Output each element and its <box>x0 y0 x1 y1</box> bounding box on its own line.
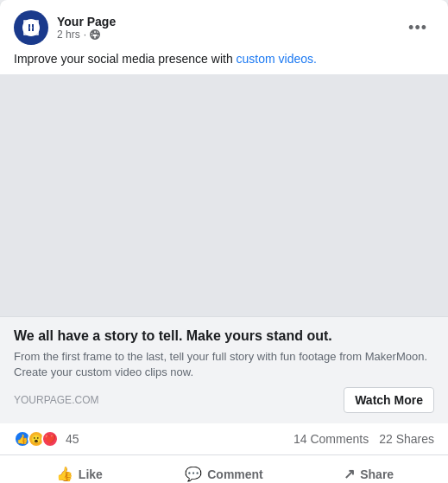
comments-count[interactable]: 14 Comments <box>293 432 369 446</box>
post-header: Your Page 2 hrs · ••• <box>0 0 448 52</box>
comment-icon: 💬 <box>185 466 202 482</box>
link-title: We all have a story to tell. Make yours … <box>14 327 434 346</box>
svg-point-3 <box>35 31 37 34</box>
link-preview: We all have a story to tell. Make yours … <box>0 316 448 423</box>
share-label: Share <box>360 467 394 481</box>
avatar[interactable] <box>14 10 48 45</box>
shares-count[interactable]: 22 Shares <box>379 432 434 446</box>
page-name[interactable]: Your Page <box>57 15 116 29</box>
post-meta: 2 hrs · <box>57 29 116 41</box>
reactions-left: 👍 😮 ❤️ 45 <box>14 430 79 448</box>
svg-point-0 <box>26 22 28 25</box>
heart-reaction-icon: ❤️ <box>41 430 59 448</box>
facebook-post-card: Your Page 2 hrs · ••• Improve your socia… <box>0 0 448 483</box>
reaction-count[interactable]: 45 <box>66 432 79 446</box>
reactions-right: 14 Comments 22 Shares <box>293 432 434 446</box>
page-info: Your Page 2 hrs · <box>57 15 116 41</box>
svg-point-1 <box>35 22 37 25</box>
comment-label: Comment <box>207 467 263 481</box>
reactions-row: 👍 😮 ❤️ 45 14 Comments 22 Shares <box>0 423 448 455</box>
share-button[interactable]: ↗ Share <box>296 459 441 483</box>
like-icon: 👍 <box>56 466 73 482</box>
like-label: Like <box>79 467 103 481</box>
link-footer: YOURPAGE.COM Watch More <box>14 387 434 413</box>
more-options-button[interactable]: ••• <box>401 16 434 41</box>
globe-icon <box>90 29 100 40</box>
comment-button[interactable]: 💬 Comment <box>152 459 297 483</box>
link-content: We all have a story to tell. Make yours … <box>0 317 448 423</box>
actions-row: 👍 Like 💬 Comment ↗ Share <box>0 455 448 483</box>
watch-more-button[interactable]: Watch More <box>344 387 434 413</box>
dot-separator: · <box>84 29 86 41</box>
post-highlight-text: custom videos. <box>237 52 317 66</box>
post-header-left: Your Page 2 hrs · <box>14 10 116 45</box>
link-description: From the first frame to the last, tell y… <box>14 349 434 380</box>
page-logo-icon <box>21 17 41 38</box>
media-placeholder[interactable] <box>0 74 448 316</box>
like-button[interactable]: 👍 Like <box>7 459 152 483</box>
post-text: Improve your social media presence with … <box>0 52 448 74</box>
share-icon: ↗ <box>344 466 355 482</box>
svg-point-4 <box>30 27 33 29</box>
post-body-text: Improve your social media presence with … <box>14 52 317 66</box>
svg-point-2 <box>26 31 28 34</box>
post-time: 2 hrs <box>57 29 80 41</box>
reaction-emojis: 👍 😮 ❤️ <box>14 430 59 448</box>
link-domain: YOURPAGE.COM <box>14 394 98 406</box>
